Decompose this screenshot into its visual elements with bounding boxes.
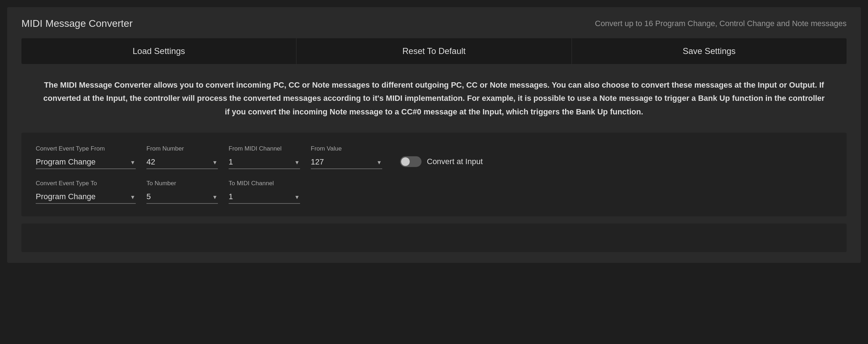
from-event-type-select-wrapper: Program Change Control Change Note ▾ bbox=[36, 155, 136, 169]
from-channel-label: From MIDI Channel bbox=[229, 145, 300, 152]
app-container: MIDI Message Converter Convert up to 16 … bbox=[7, 7, 861, 263]
toggle-track bbox=[400, 156, 421, 167]
load-settings-button[interactable]: Load Settings bbox=[21, 38, 296, 64]
app-header: MIDI Message Converter Convert up to 16 … bbox=[21, 18, 847, 29]
from-event-type-label: Convert Event Type From bbox=[36, 145, 136, 152]
from-value-select[interactable]: 127 bbox=[311, 155, 382, 169]
to-number-label: To Number bbox=[146, 180, 218, 187]
from-event-type-select[interactable]: Program Change Control Change Note bbox=[36, 155, 136, 169]
from-number-select-wrapper: 42 ▾ bbox=[146, 155, 218, 169]
from-channel-select-wrapper: 1 2 3 4 5 6 7 8 9 10 11 12 13 14 bbox=[229, 155, 300, 169]
bottom-section bbox=[21, 223, 847, 252]
to-channel-label: To MIDI Channel bbox=[229, 180, 300, 187]
to-event-type-select[interactable]: Program Change Control Change Note bbox=[36, 190, 136, 204]
to-number-group: To Number 5 ▾ bbox=[146, 180, 218, 204]
to-channel-select-wrapper: 1 2 3 4 5 6 7 8 9 10 11 12 13 14 bbox=[229, 190, 300, 204]
app-title: MIDI Message Converter bbox=[21, 18, 133, 29]
to-channel-group: To MIDI Channel 1 2 3 4 5 6 7 8 9 10 11 bbox=[229, 180, 300, 204]
from-number-select[interactable]: 42 bbox=[146, 155, 218, 169]
convert-at-input-label: Convert at Input bbox=[427, 157, 483, 166]
to-event-type-group: Convert Event Type To Program Change Con… bbox=[36, 180, 136, 204]
converter-section: Convert Event Type From Program Change C… bbox=[21, 133, 847, 216]
to-event-type-label: Convert Event Type To bbox=[36, 180, 136, 187]
from-value-label: From Value bbox=[311, 145, 382, 152]
from-row: Convert Event Type From Program Change C… bbox=[36, 145, 832, 169]
to-number-select[interactable]: 5 bbox=[146, 190, 218, 204]
convert-at-input-group: Convert at Input bbox=[400, 156, 483, 169]
save-settings-button[interactable]: Save Settings bbox=[572, 38, 847, 64]
from-number-group: From Number 42 ▾ bbox=[146, 145, 218, 169]
from-channel-group: From MIDI Channel 1 2 3 4 5 6 7 8 9 10 1… bbox=[229, 145, 300, 169]
description-text: The MIDI Message Converter allows you to… bbox=[21, 75, 847, 122]
to-row: Convert Event Type To Program Change Con… bbox=[36, 180, 832, 204]
to-channel-select[interactable]: 1 2 3 4 5 6 7 8 9 10 11 12 13 14 bbox=[229, 190, 300, 204]
from-value-select-wrapper: 127 ▾ bbox=[311, 155, 382, 169]
to-event-type-select-wrapper: Program Change Control Change Note ▾ bbox=[36, 190, 136, 204]
from-event-type-group: Convert Event Type From Program Change C… bbox=[36, 145, 136, 169]
to-number-select-wrapper: 5 ▾ bbox=[146, 190, 218, 204]
from-channel-select[interactable]: 1 2 3 4 5 6 7 8 9 10 11 12 13 14 bbox=[229, 155, 300, 169]
reset-default-button[interactable]: Reset To Default bbox=[296, 38, 572, 64]
app-subtitle: Convert up to 16 Program Change, Control… bbox=[595, 19, 847, 28]
toolbar: Load Settings Reset To Default Save Sett… bbox=[21, 38, 847, 64]
from-value-group: From Value 127 ▾ bbox=[311, 145, 382, 169]
convert-at-input-toggle[interactable] bbox=[400, 156, 421, 167]
from-number-label: From Number bbox=[146, 145, 218, 152]
